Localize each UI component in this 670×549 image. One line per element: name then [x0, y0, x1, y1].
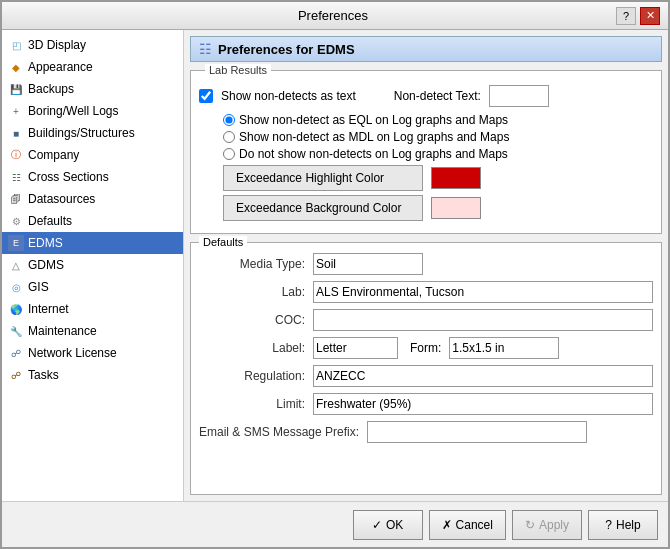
radio-mdl-row: Show non-detect as MDL on Log graphs and… — [223, 130, 653, 144]
defaults-section: Defaults Media Type: Soil Water Air Lab: — [190, 242, 662, 495]
sidebar-item-appearance[interactable]: ◆ Appearance — [2, 56, 183, 78]
maintenance-icon: 🔧 — [8, 323, 24, 339]
radio-eql-label: Show non-detect as EQL on Log graphs and… — [239, 113, 508, 127]
sidebar-item-company[interactable]: ⓘ Company — [2, 144, 183, 166]
3d-display-icon: ◰ — [8, 37, 24, 53]
cross-sections-icon: ☷ — [8, 169, 24, 185]
internet-icon: 🌎 — [8, 301, 24, 317]
label-form-row: Label: Letter A4 Form: 1.5x1.5 in 2x2 in — [199, 337, 653, 359]
help-question-icon: ? — [605, 518, 612, 532]
backups-icon: 💾 — [8, 81, 24, 97]
nondetect-text-label: Non-detect Text: — [394, 89, 481, 103]
exceedance-highlight-btn[interactable]: Exceedance Highlight Color — [223, 165, 423, 191]
window-title: Preferences — [50, 8, 616, 23]
sidebar-item-cross-sections[interactable]: ☷ Cross Sections — [2, 166, 183, 188]
edms-icon: E — [8, 235, 24, 251]
close-title-btn[interactable]: ✕ — [640, 7, 660, 25]
sidebar-item-internet[interactable]: 🌎 Internet — [2, 298, 183, 320]
defaults-legend: Defaults — [199, 236, 247, 248]
radio-eql-row: Show non-detect as EQL on Log graphs and… — [223, 113, 653, 127]
coq-select-wrap — [313, 309, 653, 331]
preferences-window: Preferences ? ✕ ◰ 3D Display ◆ Appearanc… — [0, 0, 670, 549]
label-select-wrap: Letter A4 — [313, 337, 398, 359]
sidebar-label-maintenance: Maintenance — [28, 324, 97, 338]
radio-group: Show non-detect as EQL on Log graphs and… — [223, 113, 653, 161]
title-bar: Preferences ? ✕ — [2, 2, 668, 30]
sidebar-label-company: Company — [28, 148, 79, 162]
apply-button[interactable]: ↻ Apply — [512, 510, 582, 540]
help-title-btn[interactable]: ? — [616, 7, 636, 25]
show-nondetects-label: Show non-detects as text — [221, 89, 356, 103]
radio-none-label: Do not show non-detects on Log graphs an… — [239, 147, 508, 161]
coq-label: COC: — [199, 313, 309, 327]
pref-header: ☷ Preferences for EDMS — [190, 36, 662, 62]
radio-mdl-label: Show non-detect as MDL on Log graphs and… — [239, 130, 509, 144]
sidebar-label-defaults: Defaults — [28, 214, 72, 228]
show-nondetects-checkbox[interactable] — [199, 89, 213, 103]
sidebar-item-boring-well-logs[interactable]: + Boring/Well Logs — [2, 100, 183, 122]
sidebar-item-datasources[interactable]: 🗐 Datasources — [2, 188, 183, 210]
appearance-icon: ◆ — [8, 59, 24, 75]
sidebar-item-buildings[interactable]: ■ Buildings/Structures — [2, 122, 183, 144]
nondetect-text-input[interactable]: - — [489, 85, 549, 107]
ok-button[interactable]: ✓ OK — [353, 510, 423, 540]
datasources-icon: 🗐 — [8, 191, 24, 207]
sidebar-label-internet: Internet — [28, 302, 69, 316]
sidebar-item-backups[interactable]: 💾 Backups — [2, 78, 183, 100]
sidebar-item-defaults[interactable]: ⚙ Defaults — [2, 210, 183, 232]
help-button[interactable]: ? Help — [588, 510, 658, 540]
lab-results-section: Lab Results Show non-detects as text Non… — [190, 70, 662, 234]
label-select[interactable]: Letter A4 — [313, 337, 398, 359]
defaults-icon: ⚙ — [8, 213, 24, 229]
lab-select-wrap: ALS Environmental, Tucson — [313, 281, 653, 303]
media-type-select[interactable]: Soil Water Air — [313, 253, 423, 275]
pref-header-title: Preferences for EDMS — [218, 42, 355, 57]
regulation-select-wrap: ANZECC USEPA — [313, 365, 653, 387]
title-bar-buttons: ? ✕ — [616, 7, 660, 25]
media-type-row: Media Type: Soil Water Air — [199, 253, 653, 275]
sidebar-item-gdms[interactable]: △ GDMS — [2, 254, 183, 276]
radio-none-row: Do not show non-detects on Log graphs an… — [223, 147, 653, 161]
cancel-button[interactable]: ✗ Cancel — [429, 510, 506, 540]
sidebar-item-edms[interactable]: E EDMS — [2, 232, 183, 254]
email-input[interactable]: SE-EDMS Message: — [367, 421, 587, 443]
sidebar-label-boring: Boring/Well Logs — [28, 104, 119, 118]
sidebar-label-backups: Backups — [28, 82, 74, 96]
radio-none[interactable] — [223, 148, 235, 160]
limit-select[interactable]: Freshwater (95%) Marine (95%) — [313, 393, 653, 415]
lab-row: Lab: ALS Environmental, Tucson — [199, 281, 653, 303]
radio-mdl[interactable] — [223, 131, 235, 143]
coq-select[interactable] — [313, 309, 653, 331]
regulation-label: Regulation: — [199, 369, 309, 383]
limit-select-wrap: Freshwater (95%) Marine (95%) — [313, 393, 653, 415]
regulation-select[interactable]: ANZECC USEPA — [313, 365, 653, 387]
radio-eql[interactable] — [223, 114, 235, 126]
sidebar-label-3d-display: 3D Display — [28, 38, 86, 52]
pref-header-icon: ☷ — [199, 41, 212, 57]
sidebar-label-datasources: Datasources — [28, 192, 95, 206]
highlight-color-swatch — [431, 167, 481, 189]
sidebar-item-tasks[interactable]: ☍ Tasks — [2, 364, 183, 386]
ok-checkmark-icon: ✓ — [372, 518, 382, 532]
tasks-icon: ☍ — [8, 367, 24, 383]
sidebar-label-appearance: Appearance — [28, 60, 93, 74]
lab-select[interactable]: ALS Environmental, Tucson — [313, 281, 653, 303]
show-nondetects-row: Show non-detects as text Non-detect Text… — [199, 85, 653, 107]
cancel-x-icon: ✗ — [442, 518, 452, 532]
exceedance-background-btn[interactable]: Exceedance Background Color — [223, 195, 423, 221]
sidebar-item-3d-display[interactable]: ◰ 3D Display — [2, 34, 183, 56]
background-color-swatch — [431, 197, 481, 219]
sidebar-item-maintenance[interactable]: 🔧 Maintenance — [2, 320, 183, 342]
form-select[interactable]: 1.5x1.5 in 2x2 in — [449, 337, 559, 359]
sidebar-label-buildings: Buildings/Structures — [28, 126, 135, 140]
cancel-label: Cancel — [456, 518, 493, 532]
sidebar-item-network-license[interactable]: ☍ Network License — [2, 342, 183, 364]
right-panel: ☷ Preferences for EDMS Lab Results Show … — [184, 30, 668, 501]
sidebar-item-gis[interactable]: ◎ GIS — [2, 276, 183, 298]
boring-icon: + — [8, 103, 24, 119]
regulation-row: Regulation: ANZECC USEPA — [199, 365, 653, 387]
sidebar-label-tasks: Tasks — [28, 368, 59, 382]
lab-results-legend: Lab Results — [205, 64, 271, 76]
lab-label: Lab: — [199, 285, 309, 299]
background-color-row: Exceedance Background Color — [223, 195, 653, 221]
